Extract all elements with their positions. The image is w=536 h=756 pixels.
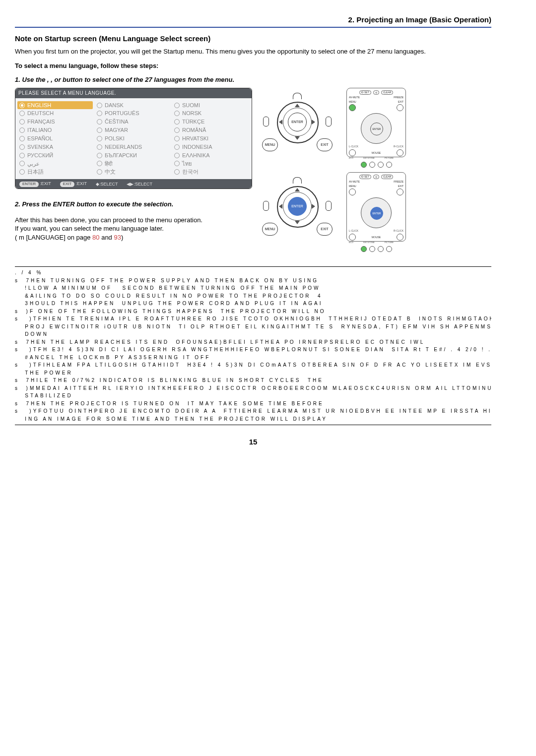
radio-icon [19, 153, 25, 158]
radio-icon [19, 127, 25, 133]
language-option[interactable]: DEUTSCH [19, 109, 93, 118]
radio-icon [174, 169, 180, 175]
language-option[interactable]: POLSKI [97, 134, 170, 143]
radio-icon [97, 119, 102, 125]
remote-menu-btn [349, 104, 356, 111]
remote-eco-label-2: ECO [349, 241, 353, 244]
language-menu: PLEASE SELECT A MENU LANGUAGE. ENGLISHDE… [15, 88, 252, 189]
radio-icon [174, 119, 180, 125]
language-label: DEUTSCH [27, 110, 54, 117]
remote-keystone-label: KEYSTONE [363, 157, 375, 160]
exit-button-illus-2: EXIT [317, 223, 333, 236]
radio-icon [174, 161, 180, 166]
language-option[interactable]: NEDERLANDS [97, 143, 170, 151]
language-option[interactable]: ESPAÑOL [19, 134, 93, 143]
remote-nav-2: ENTER [361, 197, 392, 228]
language-label: SVENSKA [27, 143, 53, 151]
radio-icon [19, 119, 25, 125]
radio-icon [19, 136, 25, 141]
enter-label: :EXIT [40, 181, 51, 186]
after-line3b: ) [121, 234, 123, 241]
after-line3a: ( m [LANGUAGE] on page [15, 234, 92, 241]
enter-button-illus: ENTER [288, 113, 307, 131]
radio-icon [19, 144, 25, 150]
language-label: NEDERLANDS [105, 143, 142, 151]
remote-power-2: ◎ [373, 175, 379, 179]
remote-exit-btn-2 [397, 189, 403, 195]
language-option[interactable]: РУССКИЙ [19, 151, 93, 160]
language-option[interactable]: हिंदी [97, 160, 170, 168]
language-menu-title: PLEASE SELECT A MENU LANGUAGE. [15, 88, 252, 98]
remote-illustration-1: ID SET ◎ CLEAR AV-MUTEFREEZE MENUEXIT EN… [346, 88, 406, 157]
language-option[interactable]: SVENSKA [19, 143, 93, 151]
language-option[interactable]: FRANÇAIS [19, 118, 93, 126]
language-label: HRVATSKI [182, 135, 208, 142]
radio-icon [174, 111, 180, 116]
subheader: Note on Startup screen (Menu Language Se… [15, 34, 491, 44]
remote-enter-active: ENTER [370, 207, 383, 220]
language-option[interactable]: ČEŠTINA [97, 118, 170, 126]
remote-dot-picture [378, 162, 384, 168]
remote-exit-label: EXIT [398, 100, 403, 104]
radio-icon [174, 127, 180, 133]
language-option[interactable]: SUOMI [174, 101, 248, 110]
page-link-80[interactable]: 80 [92, 234, 99, 241]
radio-icon [97, 144, 102, 150]
language-label: NORSK [182, 110, 201, 117]
language-option[interactable]: INDONESIA [174, 143, 248, 151]
language-option[interactable]: БЪЛГАРСКИ [97, 151, 170, 160]
radio-icon [174, 136, 180, 141]
remote-freeze-label-2: FREEZE [394, 180, 403, 184]
language-option[interactable]: 한국어 [174, 168, 248, 176]
page-link-93[interactable]: 93 [114, 234, 121, 241]
radio-icon [174, 144, 180, 150]
language-label: FRANÇAIS [27, 118, 55, 126]
remote-clear: CLEAR [381, 90, 394, 95]
language-label: РУССКИЙ [27, 152, 53, 159]
remote-picture-label-2: PICTURE [385, 241, 394, 244]
page-number: 15 [15, 437, 491, 447]
menu-button-illus-2: MENU [262, 223, 278, 236]
remote-avmute-label-2: AV-MUTE [349, 180, 360, 184]
language-label: INDONESIA [182, 143, 212, 151]
language-option[interactable]: PORTUGUÊS [97, 109, 170, 118]
language-label: ROMÂNĂ [182, 126, 206, 134]
remote-freeze-label: FREEZE [394, 96, 403, 99]
language-label: ČEŠTINA [105, 118, 129, 126]
note-block: . / 4 % s 7HEN TURNING OFF THE POWER SUP… [15, 266, 491, 425]
remote-exit-label-2: EXIT [398, 185, 403, 188]
language-option[interactable]: ENGLISH [17, 101, 93, 110]
language-option[interactable]: TÜRKÇE [174, 118, 248, 126]
remote-avmute-label: AV-MUTE [349, 96, 360, 99]
language-option[interactable]: ROMÂNĂ [174, 126, 248, 134]
language-option[interactable]: NORSK [174, 109, 248, 118]
language-label: 日本語 [27, 168, 44, 176]
projector-nav-illustration-2: ENTER MENU EXIT [262, 177, 332, 237]
select-horiz: ◀▶:SELECT [127, 181, 152, 187]
language-option[interactable]: DANSK [97, 101, 170, 110]
language-option[interactable]: ΕΛΛΗΝΙΚΑ [174, 151, 248, 160]
remote-lclick-btn-2 [349, 234, 356, 241]
language-option[interactable]: ไทย [174, 160, 248, 168]
language-option[interactable]: عربي [19, 160, 93, 168]
remote-lclick: L-CLICK [349, 145, 358, 148]
remote-dot-eco-2 [361, 246, 367, 252]
remote-dot-picture-2 [378, 246, 384, 252]
radio-icon [19, 103, 25, 108]
language-label: 한국어 [182, 168, 199, 176]
remote-menu-label-2: MENU [349, 185, 356, 188]
language-option[interactable]: HRVATSKI [174, 134, 248, 143]
language-option[interactable]: MAGYAR [97, 126, 170, 134]
remote-rclick: R-CLICK [394, 145, 403, 148]
language-option[interactable]: ITALIANO [19, 126, 93, 134]
remote-lclick-btn [349, 149, 356, 156]
language-label: MAGYAR [105, 126, 128, 134]
language-label: DANSK [105, 102, 124, 109]
language-option[interactable]: 日本語 [19, 168, 93, 176]
after-step-text: After this has been done, you can procee… [15, 216, 253, 242]
language-option[interactable]: 中文 [97, 168, 170, 176]
remote-rclick-btn [397, 149, 403, 156]
radio-icon [97, 103, 102, 108]
language-label: SUOMI [182, 102, 200, 109]
step1-mid: , , or [47, 76, 61, 83]
